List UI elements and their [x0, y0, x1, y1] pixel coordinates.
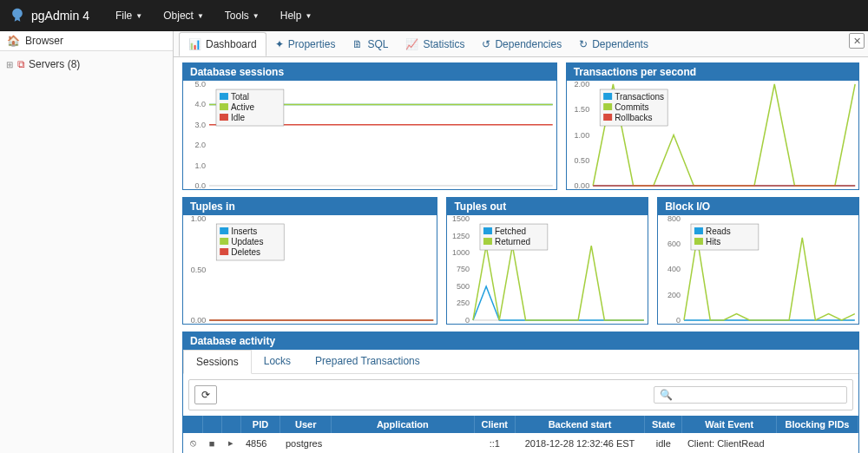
- activity-search[interactable]: 🔍: [654, 386, 847, 404]
- dashboard-icon: 📊: [188, 38, 201, 50]
- chart-database-sessions: 0.01.02.03.04.05.0TotalActiveIdle: [183, 81, 556, 189]
- svg-text:1250: 1250: [452, 232, 470, 240]
- content-area: 📊Dashboard ✦Properties 🗎SQL 📈Statistics …: [174, 31, 868, 453]
- svg-rect-32: [220, 227, 228, 234]
- svg-text:500: 500: [457, 282, 470, 291]
- panel-database-sessions: Database sessions 0.01.02.03.04.05.0Tota…: [182, 62, 557, 190]
- browser-sidebar: 🏠 Browser ⊞ ⧉ Servers (8): [0, 31, 174, 453]
- servers-label: Servers (8): [29, 58, 80, 70]
- refresh-button[interactable]: ⟳: [194, 385, 217, 404]
- svg-text:400: 400: [667, 265, 681, 273]
- svg-text:Fetched: Fetched: [495, 226, 526, 236]
- tab-dependencies[interactable]: ↺Dependencies: [473, 33, 570, 56]
- svg-text:1.00: 1.00: [191, 215, 207, 223]
- panel-header: Database activity: [183, 332, 858, 350]
- tab-statistics[interactable]: 📈Statistics: [397, 33, 473, 56]
- svg-text:2.0: 2.0: [194, 141, 206, 149]
- col-blocking[interactable]: Blocking PIDs: [777, 416, 858, 433]
- svg-text:0.50: 0.50: [574, 156, 589, 165]
- tab-sql[interactable]: 🗎SQL: [344, 33, 397, 56]
- cell-application: [331, 433, 474, 453]
- col-client[interactable]: Client: [474, 416, 515, 433]
- panel-tuples-out: Tuples out 0250500750100012501500Fetched…: [446, 197, 648, 325]
- menu-help[interactable]: Help▼: [272, 3, 321, 29]
- svg-text:Returned: Returned: [495, 237, 530, 246]
- browser-header: 🏠 Browser: [0, 31, 173, 51]
- svg-text:2.00: 2.00: [574, 81, 589, 89]
- refresh-icon: ⟳: [201, 389, 210, 401]
- servers-icon: ⧉: [17, 58, 25, 70]
- svg-text:Idle: Idle: [231, 113, 246, 122]
- panel-block-io: Block I/O 0200400600800ReadsHits: [657, 197, 859, 325]
- svg-text:Transactions: Transactions: [615, 92, 664, 102]
- cell-pid: 4856: [240, 433, 280, 453]
- terminate-session-icon[interactable]: ■: [202, 433, 221, 453]
- svg-text:Rollbacks: Rollbacks: [615, 113, 652, 122]
- menu-file[interactable]: File▼: [107, 3, 151, 29]
- svg-text:3.0: 3.0: [194, 121, 206, 129]
- svg-text:Reads: Reads: [706, 226, 731, 236]
- object-tree: ⊞ ⧉ Servers (8): [0, 51, 173, 77]
- tree-item-servers[interactable]: ⊞ ⧉ Servers (8): [3, 56, 169, 72]
- svg-text:Total: Total: [231, 92, 249, 102]
- panel-header: Transactions per second: [567, 63, 858, 81]
- sessions-table: PID User Application Client Backend star…: [183, 416, 858, 453]
- menu-object[interactable]: Object▼: [155, 3, 213, 29]
- subtab-locks[interactable]: Locks: [252, 350, 303, 373]
- activity-toolbar: ⟳ 🔍: [188, 379, 853, 410]
- col-pid[interactable]: PID: [240, 416, 280, 433]
- tab-properties[interactable]: ✦Properties: [266, 33, 345, 56]
- activity-subtabs: Sessions Locks Prepared Transactions: [183, 350, 858, 374]
- svg-text:0.0: 0.0: [194, 181, 206, 189]
- cell-user: postgres: [280, 433, 332, 453]
- col-application[interactable]: Application: [331, 416, 474, 433]
- svg-text:4.0: 4.0: [194, 100, 206, 108]
- tab-dependents[interactable]: ↻Dependents: [570, 33, 657, 56]
- table-row[interactable]: ⦸■▸4856postgres::12018-12-28 12:32:46 ES…: [183, 433, 858, 453]
- panel-database-activity: Database activity Sessions Locks Prepare…: [182, 332, 859, 453]
- panel-header: Tuples out: [447, 198, 648, 215]
- cell-wait-event: Client: ClientRead: [682, 433, 777, 453]
- svg-text:Inserts: Inserts: [231, 226, 257, 236]
- svg-text:1000: 1000: [452, 248, 470, 257]
- menu-tools[interactable]: Tools▼: [216, 3, 268, 29]
- svg-rect-58: [694, 227, 703, 234]
- svg-text:5.0: 5.0: [194, 81, 206, 89]
- cell-state: idle: [645, 433, 682, 453]
- svg-text:1.50: 1.50: [574, 105, 589, 114]
- caret-down-icon: ▼: [197, 12, 204, 20]
- tab-dashboard[interactable]: 📊Dashboard: [179, 32, 266, 56]
- svg-rect-49: [483, 238, 492, 245]
- svg-text:0: 0: [465, 316, 470, 324]
- panel-tuples-in: Tuples in 0.000.501.00InsertsUpdatesDele…: [182, 197, 437, 325]
- expand-icon[interactable]: ⊞: [5, 60, 14, 69]
- panel-header: Tuples in: [183, 198, 437, 215]
- home-icon: 🏠: [7, 35, 20, 47]
- browser-title: Browser: [25, 35, 63, 47]
- svg-rect-23: [603, 103, 612, 110]
- subtab-sessions[interactable]: Sessions: [183, 350, 252, 374]
- caret-down-icon: ▼: [135, 12, 142, 20]
- brand[interactable]: pgAdmin 4: [9, 7, 89, 24]
- col-user[interactable]: User: [280, 416, 332, 433]
- properties-icon: ✦: [275, 38, 284, 50]
- search-input[interactable]: [676, 389, 841, 401]
- pgadmin-logo-icon: [9, 7, 26, 24]
- expand-row-icon[interactable]: ▸: [221, 433, 240, 453]
- subtab-prepared[interactable]: Prepared Transactions: [303, 350, 432, 373]
- svg-rect-8: [220, 93, 228, 100]
- svg-text:200: 200: [667, 291, 681, 299]
- col-wait-event[interactable]: Wait Event: [682, 416, 777, 433]
- cancel-session-icon[interactable]: ⦸: [183, 433, 202, 453]
- chart-transactions: 0.000.501.001.502.00TransactionsCommitsR…: [567, 81, 858, 189]
- cell-client: ::1: [474, 433, 515, 453]
- svg-rect-12: [220, 114, 228, 121]
- panel-header: Database sessions: [183, 63, 556, 81]
- dashboard-scroll[interactable]: Database sessions 0.01.02.03.04.05.0Tota…: [174, 57, 868, 453]
- chart-tuples-out: 0250500750100012501500FetchedReturned: [447, 215, 648, 324]
- col-backend-start[interactable]: Backend start: [515, 416, 645, 433]
- col-state[interactable]: State: [645, 416, 682, 433]
- svg-rect-36: [220, 248, 228, 255]
- svg-rect-34: [220, 238, 228, 245]
- close-panel-button[interactable]: ✕: [849, 33, 865, 49]
